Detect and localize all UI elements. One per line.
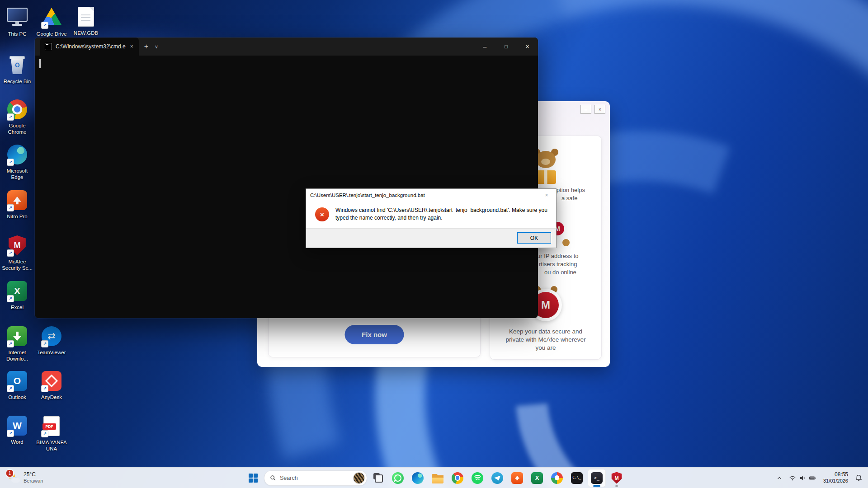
desktop-icon-this-pc[interactable]: This PC [0,5,34,37]
start-button[interactable] [244,469,262,487]
volume-icon [799,474,806,482]
bell-icon [855,474,863,482]
google-app-button[interactable] [548,469,566,487]
weather-widget[interactable]: 1 25°C Berawan [4,468,47,488]
terminal-tab-title: C:\Windows\system32\cmd.e [56,43,126,50]
spotify-button[interactable] [468,469,486,487]
telegram-icon [491,472,503,484]
chrome-button[interactable] [448,469,467,487]
battery-icon [809,474,816,482]
shortcut-arrow-icon: ↗ [7,113,14,121]
mcafee-shield-icon: M [611,472,623,484]
tab-dropdown-icon[interactable]: ∨ [155,44,158,50]
weather-condition: Berawan [24,478,43,484]
close-button[interactable]: × [517,38,538,56]
edge-button[interactable] [409,469,427,487]
desktop-icon-anydesk[interactable]: ↗ AnyDesk [34,370,69,400]
desktop-icon-label: AnyDesk [34,394,69,400]
privacy-card-text: Keep your data secure and private with M… [500,328,591,352]
shortcut-arrow-icon: ↗ [7,295,14,302]
chevron-up-icon [776,475,783,481]
minimize-button[interactable]: – [474,38,495,56]
new-tab-button[interactable]: + [144,42,148,51]
desktop-icon-mcafee[interactable]: M ↗ McAfee Security Sc... [0,235,34,272]
desktop-icon-idm[interactable]: ↗ Internet Downlo... [0,325,34,362]
desktop-icon-new-gdb[interactable]: NEW.GDB [69,5,103,36]
search-highlight-image [353,472,365,484]
desktop-icon-label: McAfee Security Sc... [0,258,34,272]
terminal-titlebar[interactable]: C:\Windows\system32\cmd.e × + ∨ – □ × [35,38,538,56]
recycle-symbol-icon: ♻ [9,61,25,69]
telegram-button[interactable] [488,469,506,487]
task-view-button[interactable] [369,469,387,487]
desktop-icon-google-chrome[interactable]: ↗ Google Chrome [0,99,34,136]
tab-close-icon[interactable]: × [129,43,134,50]
maximize-button[interactable]: □ [495,38,517,56]
windows-logo-icon [249,474,258,483]
document-icon [75,7,97,28]
nitro-button[interactable] [508,469,526,487]
search-input[interactable]: Search [264,470,367,486]
terminal-tab[interactable]: C:\Windows\system32\cmd.e × [40,38,139,56]
terminal-button[interactable]: >_ [588,469,606,487]
desktop-icon-microsoft-edge[interactable]: ↗ Microsoft Edge [0,144,34,181]
cmd-button[interactable]: C:\_ [568,469,586,487]
desktop-icon-recycle-bin[interactable]: ♻ Recycle Bin [0,54,34,84]
taskbar-clock[interactable]: 08:55 31/01/2026 [820,471,851,484]
desktop-icon-label: Nitro Pro [0,213,34,220]
open-app-indicator [593,485,600,487]
excel-icon: X ↗ [6,281,28,303]
dialog-title: C:\Users\USER\.tenjo\start_tenjo_backgro… [310,192,425,198]
dialog-titlebar[interactable]: C:\Users\USER\.tenjo\start_tenjo_backgro… [306,189,556,202]
quick-settings-button[interactable] [786,470,819,486]
desktop-icon-label: Outlook [0,394,34,400]
desktop-icon-teamviewer[interactable]: ⇄ ↗ TeamViewer [34,325,69,356]
card-text-fragment: ption helps [557,187,585,193]
desktop-icon-label: Microsoft Edge [0,168,34,181]
desktop-icon-excel[interactable]: X ↗ Excel [0,280,34,310]
shortcut-arrow-icon: ↗ [41,340,48,347]
pdf-file-icon: PDF ↗ [41,416,62,438]
shortcut-arrow-icon: ↗ [7,249,14,257]
recycle-bin-icon: ♻ [6,55,28,77]
desktop-icon-label: BIMA YANFA UNA [34,439,69,452]
task-view-icon [373,473,383,483]
mcafee-button[interactable]: M [608,469,626,487]
google-app-icon [551,472,563,484]
error-icon: × [315,207,329,221]
anydesk-icon: ↗ [41,371,62,393]
desktop-icon-pdf-file[interactable]: PDF ↗ BIMA YANFA UNA [34,415,69,452]
search-placeholder: Search [280,475,298,481]
fix-now-button[interactable]: Fix now [345,325,404,344]
desktop-icon-google-drive[interactable]: ↗ Google Drive [34,5,69,37]
mcafee-minimize-button[interactable]: – [580,105,591,114]
outlook-icon: O ↗ [6,371,28,393]
desktop-icon-label: Word [0,439,34,445]
excel-button[interactable]: X [528,469,546,487]
ok-button[interactable]: OK [517,232,551,244]
desktop-icon-word[interactable]: W ↗ Word [0,415,34,445]
desktop-icon-label: Internet Downlo... [0,349,34,362]
terminal-content[interactable] [35,56,538,318]
word-icon: W ↗ [6,416,28,437]
desktop-icon-nitro-pro[interactable]: ↗ Nitro Pro [0,189,34,220]
file-explorer-button[interactable] [429,469,447,487]
clock-date: 31/01/2026 [823,478,848,484]
card-text-fragment: a safe [561,195,577,202]
notification-center-button[interactable] [852,470,865,486]
desktop-icon-label: NEW.GDB [69,30,103,36]
desktop-icon-outlook[interactable]: O ↗ Outlook [0,370,34,400]
tray-overflow-button[interactable] [774,470,785,486]
mcafee-shield-icon: M ↗ [6,235,28,257]
shortcut-arrow-icon: ↗ [7,340,14,347]
mcafee-close-button[interactable]: × [594,105,605,114]
shortcut-arrow-icon: ↗ [7,204,14,211]
notification-badge: 1 [5,469,14,478]
shortcut-arrow-icon: ↗ [7,159,14,166]
dialog-close-icon[interactable]: × [537,189,556,202]
whatsapp-button[interactable] [389,469,407,487]
desktop-icon-label: Google Drive [34,31,69,37]
card-text-fragment: ou do online [544,269,576,276]
search-icon [270,475,276,481]
file-explorer-icon [432,474,443,483]
